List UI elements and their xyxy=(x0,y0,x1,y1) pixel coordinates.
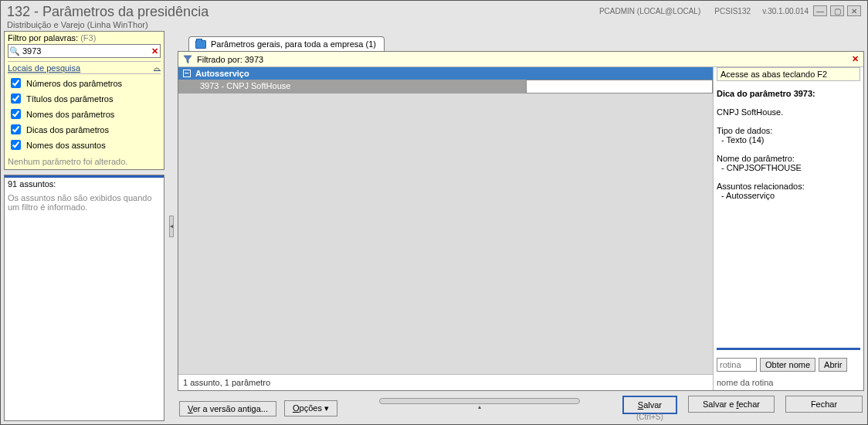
filter-label-hint: (F3) xyxy=(80,33,96,42)
active-filter-bar: Filtrado por: 3973 ✕ xyxy=(178,52,863,67)
window-subtitle: Distribuição e Varejo (Linha WinThor) xyxy=(7,20,209,29)
abrir-button[interactable]: Abrir xyxy=(819,358,847,372)
hint-separator-bar xyxy=(717,348,860,350)
footer-spacer xyxy=(345,406,615,412)
close-window-button[interactable]: ✕ xyxy=(847,5,861,16)
filter-panel: Filtro por palavras: (F3) 🔍 ✕ Locais de … xyxy=(4,31,164,170)
tab-label: Parâmetros gerais, para toda a empresa (… xyxy=(211,39,376,49)
obter-nome-button[interactable]: Obter nome xyxy=(760,358,815,372)
version: v.30.1.00.014 xyxy=(762,7,809,15)
options-button[interactable]: Opções ▾ xyxy=(284,400,337,416)
old-version-rest: er a versão antiga... xyxy=(193,404,268,413)
dtype-value: - Texto (14) xyxy=(717,135,860,144)
group-name: Autosserviço xyxy=(195,69,249,78)
tab-general-params[interactable]: Parâmetros gerais, para toda a empresa (… xyxy=(188,36,385,51)
old-version-button[interactable]: Ver a versão antiga... xyxy=(179,401,276,416)
clear-search-icon[interactable]: ✕ xyxy=(149,46,160,56)
param-label: 3973 - CNPJ SoftHouse xyxy=(178,80,526,94)
save-shortcut: (Ctrl+S) xyxy=(636,413,663,421)
module-code: PCSIS132 xyxy=(714,7,751,15)
group-header[interactable]: − Autosserviço xyxy=(178,67,713,80)
parameter-grid[interactable]: − Autosserviço 3973 - CNPJ SoftHouse xyxy=(178,67,713,375)
no-change-note: Nenhum parâmetro foi alterado. xyxy=(8,157,161,166)
check-titulos[interactable]: Títulos dos parâmetros xyxy=(8,91,161,106)
locais-label: Locais de pesquisa xyxy=(8,63,80,73)
check-numeros[interactable]: Números dos parâmetros xyxy=(8,76,161,90)
search-icon: 🔍 xyxy=(8,46,21,56)
splitter[interactable]: ◂ xyxy=(168,31,175,421)
body-layout: Filtro por palavras: (F3) 🔍 ✕ Locais de … xyxy=(1,31,867,424)
grid-wrap: − Autosserviço 3973 - CNPJ SoftHouse 1 a… xyxy=(178,67,714,390)
search-field-row: 🔍 ✕ xyxy=(8,44,161,58)
related-label: Assuntos relacionados: xyxy=(717,182,860,191)
param-hint-desc: CNPJ SoftHouse. xyxy=(717,107,860,117)
assuntos-body: Os assuntos não são exibidos quando um f… xyxy=(5,190,164,215)
save-button[interactable]: Salvar xyxy=(622,396,677,414)
clear-filter-icon[interactable]: ✕ xyxy=(852,54,859,64)
active-filter-text: Filtrado por: 3973 xyxy=(197,55,263,64)
collapse-minus-icon: − xyxy=(183,70,191,77)
check-titulos-box[interactable] xyxy=(11,94,21,104)
dtype-label: Tipo de dados: xyxy=(717,126,860,135)
window-title: 132 - Parâmetros da presidência xyxy=(7,4,209,20)
table-row[interactable]: 3973 - CNPJ SoftHouse xyxy=(178,80,713,94)
pname-label: Nome do parâmetro: xyxy=(717,154,860,163)
routine-label: nome da rotina xyxy=(717,378,860,387)
funnel-icon xyxy=(183,55,192,64)
check-assuntos-box[interactable] xyxy=(11,140,21,150)
tab-strip: Parâmetros gerais, para toda a empresa (… xyxy=(178,31,864,51)
check-numeros-box[interactable] xyxy=(11,78,21,88)
minimize-button[interactable]: — xyxy=(813,5,827,16)
maximize-button[interactable]: ▢ xyxy=(830,5,844,16)
locais-header[interactable]: Locais de pesquisa ︽ xyxy=(8,61,161,74)
main-area: Filtrado por: 3973 ✕ − Autosserviço 3973… xyxy=(178,51,864,391)
check-dicas[interactable]: Dicas dos parâmetros xyxy=(8,122,161,137)
right-column: Parâmetros gerais, para toda a empresa (… xyxy=(178,31,864,421)
param-hint-title: Dica do parâmetro 3973: xyxy=(717,89,860,98)
app-window: 132 - Parâmetros da presidência Distribu… xyxy=(0,0,868,425)
title-bar: 132 - Parâmetros da presidência Distribu… xyxy=(1,1,867,31)
related-value: - Autosserviço xyxy=(717,191,860,200)
collapse-up-icon: ︽ xyxy=(154,63,161,73)
check-assuntos[interactable]: Nomes dos assuntos xyxy=(8,138,161,152)
left-column: Filtro por palavras: (F3) 🔍 ✕ Locais de … xyxy=(4,31,164,421)
assuntos-count: 91 assuntos: xyxy=(5,178,164,190)
folder-icon xyxy=(195,40,206,49)
check-dicas-box[interactable] xyxy=(11,124,21,134)
check-nomes-box[interactable] xyxy=(11,109,21,119)
grid-status: 1 assunto, 1 parâmetro xyxy=(178,375,713,390)
pname-value: - CNPJSOFTHOUSE xyxy=(717,163,860,172)
title-right: PCADMIN (LOCAL@LOCAL) PCSIS132 v.30.1.00… xyxy=(599,5,861,16)
filter-label-text: Filtro por palavras: xyxy=(8,33,78,42)
close-button[interactable]: Fechar xyxy=(785,396,863,413)
routine-row: Obter nome Abrir xyxy=(717,358,860,372)
title-left: 132 - Parâmetros da presidência Distribu… xyxy=(7,4,209,29)
filter-label: Filtro por palavras: (F3) xyxy=(8,33,161,42)
content-row: − Autosserviço 3973 - CNPJ SoftHouse 1 a… xyxy=(178,67,863,390)
resize-handle[interactable] xyxy=(379,398,580,404)
user-info: PCADMIN (LOCAL@LOCAL) xyxy=(599,7,700,15)
save-close-button[interactable]: Salvar e fechar xyxy=(688,396,775,413)
routine-input[interactable] xyxy=(717,358,757,372)
access-hint: Acesse as abas teclando F2 xyxy=(717,67,860,81)
window-controls: — ▢ ✕ xyxy=(813,5,861,16)
hint-panel: Acesse as abas teclando F2 Dica do parâm… xyxy=(714,67,863,390)
assuntos-panel: 91 assuntos: Os assuntos não são exibido… xyxy=(4,175,164,421)
related-block: Assuntos relacionados: - Autosserviço xyxy=(717,182,860,200)
pname-block: Nome do parâmetro: - CNPJSOFTHOUSE xyxy=(717,154,860,172)
dtype-block: Tipo de dados: - Texto (14) xyxy=(717,126,860,144)
param-value-field[interactable] xyxy=(526,80,713,94)
save-stack: Salvar (Ctrl+S) xyxy=(622,396,677,421)
search-scope-checks: Números dos parâmetros Títulos dos parâm… xyxy=(8,76,161,152)
check-nomes[interactable]: Nomes dos parâmetros xyxy=(8,107,161,121)
splitter-grip-icon: ◂ xyxy=(169,216,174,237)
footer-right-buttons: Salvar (Ctrl+S) Salvar e fechar Fechar xyxy=(622,396,863,421)
search-input[interactable] xyxy=(21,45,149,57)
footer: Ver a versão antiga... Opções ▾ Salvar (… xyxy=(178,391,864,421)
